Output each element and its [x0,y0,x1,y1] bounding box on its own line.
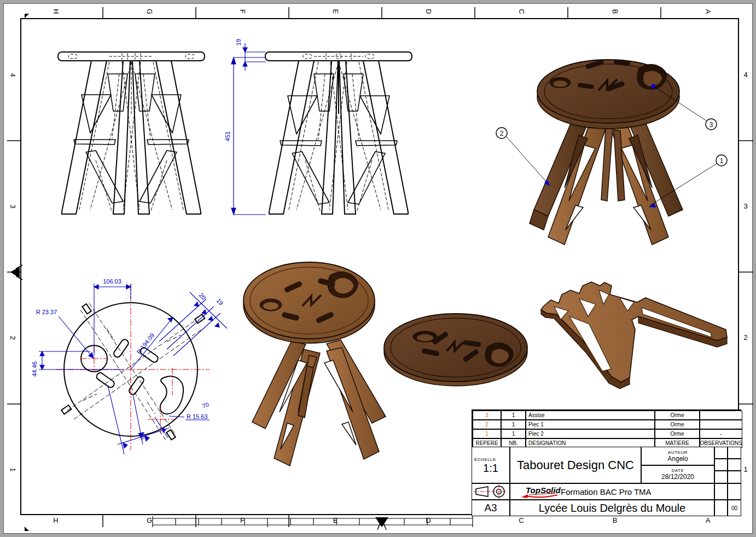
format-value: A3 [484,502,497,514]
topsolid-logo-text: TopSolid [526,486,561,495]
author-value: Angelo [667,455,688,463]
title-block: 31AssiseOrme21Piec 1Orme11Piec 2Orme-REP… [472,409,741,516]
rev-cell [728,471,741,483]
date-label: DATE [672,468,684,473]
part-row-2-observations: - [700,429,742,438]
author-label: AUTEUR [668,450,688,455]
part-row-1-matiere: Orme [655,420,700,429]
author-cell: AUTEUR Angelo [641,447,714,465]
part-row-0-observations [700,411,742,420]
balloon-2[interactable]: 2 [496,128,507,138]
revision-value: 00 [731,505,737,511]
drawing-sheet: HHGGFFEEDDCCBBAA44332211 [3,3,753,534]
rev-cell [728,459,741,471]
scale-label: ÉCHELLE [472,456,496,462]
balloon-1[interactable]: 1 [716,155,727,166]
part-row-1-nb: 1 [501,420,526,429]
part-row-2-matiere: Orme [655,429,700,438]
topsolid-logo: TopSolid [520,484,561,499]
rev-cell [728,483,741,500]
drawing-window: HHGGFFEEDDCCBBAA44332211 [0,0,756,537]
date-cell: DATE 28/12/2020 [641,465,714,483]
svg-text:2: 2 [500,130,504,137]
rev-cell [714,471,728,483]
part-row-1-observations [700,420,742,429]
part-row-0-nb: 1 [501,411,526,420]
part-row-2-designation: Piec 2 [526,429,655,438]
format-cell: A3 [472,500,510,516]
drawing-title-cell: Tabouret Design CNC [510,447,641,483]
part-row-1-repere: 2 [473,420,501,429]
rev-cell [728,447,741,459]
part-row-2-nb: 1 [501,429,526,438]
scale-cell: ÉCHELLE 1:1 [472,447,510,483]
projection-symbol-icon [474,484,508,499]
school-name: Lycée Louis Delgrès du Moule [539,502,685,515]
rev-cell [714,483,728,500]
formation-text: Formation BAC Pro TMA [561,487,652,496]
balloon-3[interactable]: 3 [706,119,717,130]
date-value: 28/12/2020 [661,473,694,481]
svg-text:3: 3 [710,121,713,129]
drawing-title: Tabouret Design CNC [517,458,634,472]
svg-text:1: 1 [720,157,724,165]
part-row-0-repere: 3 [473,411,501,420]
rev-cell [714,459,728,471]
projection-symbol-cell [472,483,510,500]
formation-cell: TopSolid Formation BAC Pro TMA [510,483,714,500]
part-row-0-matiere: Orme [655,411,700,420]
revision-cell: 00 [728,500,741,516]
parts-table: 31AssiseOrme21Piec 1Orme11Piec 2Orme-REP… [472,409,741,447]
part-row-2-repere: 1 [473,429,501,438]
school-cell: Lycée Louis Delgrès du Moule [510,500,714,516]
leader-terminators [544,84,656,207]
rev-cell [714,447,728,459]
scale-value: 1:1 [483,462,498,475]
rev-cell [714,500,728,516]
part-row-1-designation: Piec 1 [526,420,655,429]
part-row-0-designation: Assise [526,411,655,420]
